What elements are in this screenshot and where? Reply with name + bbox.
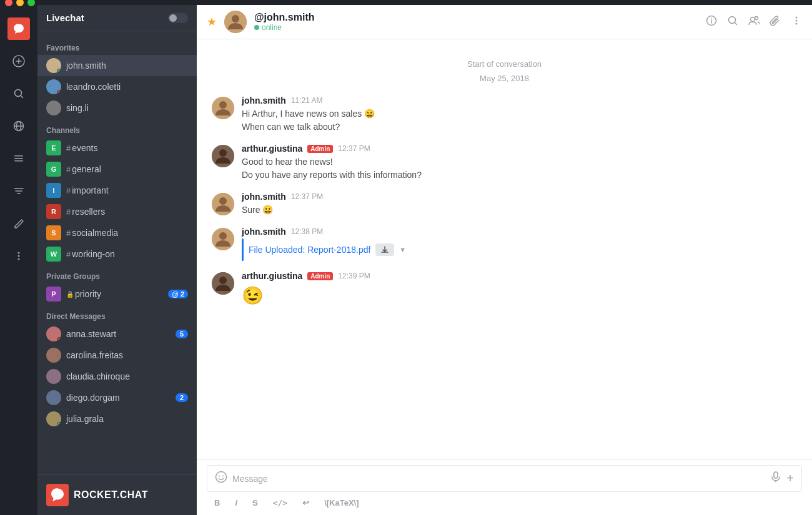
message-text-2b: Do you have any reports with this inform… xyxy=(242,169,797,182)
latex-button[interactable]: \[KaTeX\] xyxy=(322,497,361,509)
workspace-avatar[interactable] xyxy=(7,17,30,40)
message-emoji-5: 😉 xyxy=(242,283,797,309)
svg-point-21 xyxy=(796,22,798,24)
message-time-2: 12:37 PM xyxy=(338,144,370,153)
sidebar-body: Favorites john.smith leandro.coletti sin… xyxy=(37,31,197,474)
channel-icon-working-on: W xyxy=(46,247,61,262)
sort-icon[interactable] xyxy=(7,180,30,202)
svg-rect-6 xyxy=(14,158,23,159)
message-author-4: john.smith xyxy=(242,227,286,237)
livechat-toggle[interactable] xyxy=(168,13,188,23)
sidebar-item-anna-stewart[interactable]: anna.stewart 5 xyxy=(37,323,197,345)
menu-icon[interactable] xyxy=(7,147,30,170)
message-text-1b: When can we talk about? xyxy=(242,120,797,134)
message-avatar-arthur-1 xyxy=(212,145,234,167)
sidebar-item-carolina-freitas[interactable]: carolina.freitas xyxy=(37,345,197,366)
chat-header-username: @john.smith xyxy=(254,12,698,23)
message-header-3: john.smith 12:37 PM xyxy=(242,192,797,202)
file-download-button[interactable] xyxy=(375,243,394,256)
message-input-box: + xyxy=(207,465,802,492)
file-upload-arrow[interactable]: ▼ xyxy=(399,246,406,253)
sidebar-item-name-general: general xyxy=(72,164,188,174)
svg-rect-7 xyxy=(14,160,23,162)
sidebar-item-socialmedia[interactable]: S # socialmedia xyxy=(37,222,197,243)
attachment-icon[interactable] xyxy=(770,15,781,29)
conversation-date: May 25, 2018 xyxy=(212,71,797,96)
message-group-4: john.smith 12:38 PM File Uploaded: Repor… xyxy=(212,227,797,261)
message-time-5: 12:39 PM xyxy=(338,272,370,280)
kebab-icon[interactable] xyxy=(791,15,802,29)
hash-icon-socialmedia: # xyxy=(66,228,71,238)
strikethrough-button[interactable]: S xyxy=(250,497,260,509)
sidebar-item-general[interactable]: G # general xyxy=(37,159,197,180)
direct-messages-section-label: Direct Messages xyxy=(37,305,197,323)
svg-rect-35 xyxy=(774,472,778,478)
sidebar-item-name-diego: diego.dorgam xyxy=(66,393,176,403)
avatar-leandro-coletti xyxy=(46,79,61,94)
svg-point-18 xyxy=(755,16,758,19)
sidebar-item-leandro-coletti[interactable]: leandro.coletti xyxy=(37,76,197,97)
edit-icon[interactable] xyxy=(7,212,30,235)
sidebar-item-julia-grala[interactable]: julia.grala xyxy=(37,408,197,429)
message-time-3: 12:37 PM xyxy=(291,192,323,201)
sidebar-item-resellers[interactable]: R # resellers xyxy=(37,201,197,222)
sidebar-item-events[interactable]: E # events xyxy=(37,137,197,159)
message-group-3: john.smith 12:37 PM Sure 😀 xyxy=(212,192,797,217)
message-content-4: john.smith 12:38 PM File Uploaded: Repor… xyxy=(242,227,797,261)
svg-point-10 xyxy=(18,258,20,260)
sidebar-item-name-priority: priority xyxy=(75,289,168,299)
avatar-claudia xyxy=(46,369,61,384)
sidebar-item-important[interactable]: I # important xyxy=(37,180,197,201)
avatar-carolina xyxy=(46,348,61,363)
messages-area: Start of conversation May 25, 2018 john.… xyxy=(197,39,812,459)
svg-point-19 xyxy=(796,16,798,18)
sidebar-item-diego-dorgam[interactable]: diego.dorgam 2 xyxy=(37,387,197,408)
globe-icon[interactable] xyxy=(7,115,30,137)
plus-icon[interactable]: + xyxy=(786,471,794,486)
star-icon[interactable]: ★ xyxy=(207,15,217,29)
chat-header-avatar xyxy=(224,11,247,33)
message-content-3: john.smith 12:37 PM Sure 😀 xyxy=(242,192,797,217)
sidebar-item-name-sing: sing.li xyxy=(66,103,188,113)
sidebar-item-priority[interactable]: P 🔒 priority @ 2 xyxy=(37,283,197,305)
italic-button[interactable]: i xyxy=(232,497,240,509)
sidebar-item-john-smith[interactable]: john.smith xyxy=(37,55,197,76)
channel-icon-important: I xyxy=(46,183,61,198)
avatar-julia xyxy=(46,411,61,426)
emoji-picker-icon[interactable] xyxy=(215,471,227,486)
message-text-3: Sure 😀 xyxy=(242,204,797,217)
channel-icon-socialmedia: S xyxy=(46,225,61,240)
sidebar-item-claudia-chiroque[interactable]: claudia.chiroque xyxy=(37,366,197,387)
search-icon[interactable] xyxy=(7,82,30,105)
sidebar-item-sing-li[interactable]: sing.li xyxy=(37,97,197,119)
sidebar-item-name-resellers: resellers xyxy=(72,207,188,217)
message-input-field[interactable] xyxy=(232,474,765,484)
search-icon[interactable] xyxy=(727,15,738,29)
hash-icon-important: # xyxy=(66,186,71,195)
link-button[interactable]: ↩ xyxy=(300,497,312,509)
message-time-1: 11:21 AM xyxy=(291,96,323,105)
sidebar-item-name-important: important xyxy=(72,185,188,195)
microphone-icon[interactable] xyxy=(770,471,781,486)
priority-badge: @ 2 xyxy=(168,290,188,298)
message-author-2: arthur.giustina xyxy=(242,144,302,154)
bold-button[interactable]: B xyxy=(212,497,222,509)
message-author-5: arthur.giustina xyxy=(242,271,302,281)
code-button[interactable]: </> xyxy=(270,497,290,509)
sidebar-item-working-on[interactable]: W # working-on xyxy=(37,243,197,265)
members-icon[interactable] xyxy=(748,15,760,29)
file-upload-bar xyxy=(242,238,244,261)
sidebar-item-name-john-smith: john.smith xyxy=(66,61,188,71)
channel-icon-general: G xyxy=(46,162,61,177)
svg-point-31 xyxy=(219,277,227,284)
add-workspace-button[interactable] xyxy=(7,50,30,72)
channels-section-label: Channels xyxy=(37,119,197,137)
channel-icon-priority: P xyxy=(46,287,61,302)
message-input-area: + B i S </> ↩ \[KaTeX\] xyxy=(197,459,812,515)
svg-point-17 xyxy=(751,17,755,21)
info-icon[interactable] xyxy=(706,15,717,29)
more-icon[interactable] xyxy=(7,245,30,267)
avatar-john-smith xyxy=(46,58,61,73)
svg-point-16 xyxy=(729,16,736,23)
message-group-5: arthur.giustina Admin 12:39 PM 😉 xyxy=(212,271,797,309)
